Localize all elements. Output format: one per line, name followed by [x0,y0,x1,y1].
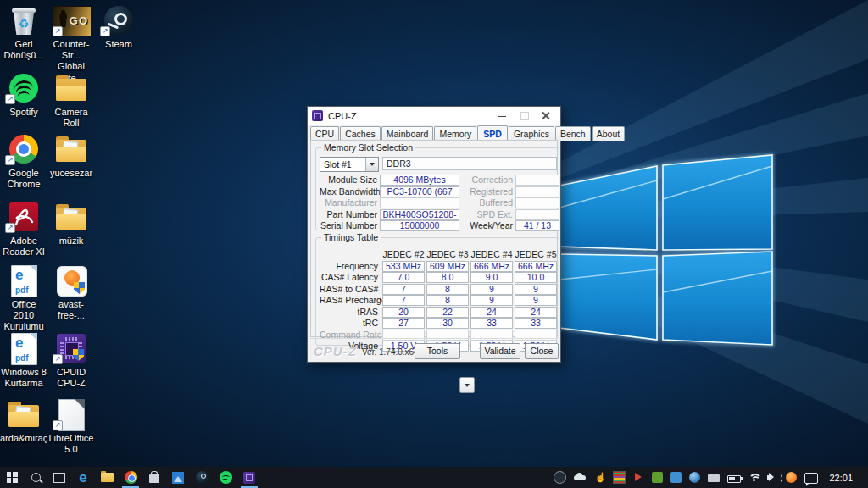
taskbar-cpuz[interactable] [237,467,261,488]
spotify-icon [220,471,232,484]
shortcut-arrow-icon [5,223,15,233]
field-label: Manufacturer [320,197,377,208]
volume-icon[interactable] [767,472,778,483]
taskbar-file-explorer[interactable] [95,467,119,488]
tools-button[interactable]: Tools [415,343,460,359]
icon-label: Spotify [0,107,47,118]
minimize-button[interactable] [492,108,514,123]
shortcut-arrow-icon [53,420,63,430]
taskbar-edge[interactable]: e [71,467,95,488]
table-cell: 9 [470,284,513,295]
shortcut-arrow-icon [5,94,15,104]
desktop-icon-camera-roll[interactable]: Camera Roll [47,73,95,129]
desktop-icon-spotify[interactable]: Spotify [0,73,47,118]
desktop-icon-adobe-reader[interactable]: Adobe Reader XI [0,202,47,258]
desktop-icon-office-2010[interactable]: epdf Office 2010 Kurulumu [0,265,47,333]
media-play-tray-icon[interactable] [633,472,644,483]
desktop-icon-csgo[interactable]: GO Counter-Str... Global Offe... [47,5,95,84]
steam-icon [196,471,209,484]
tab-bench[interactable]: Bench [555,126,591,141]
avast-icon [57,266,87,297]
table-cell: 24 [515,307,557,318]
display-tray-icon[interactable] [708,474,720,482]
correction-field [515,175,559,186]
maximize-button[interactable] [514,108,535,123]
task-view-icon [53,473,65,483]
icon-label: arda&miraç [0,433,47,444]
taskbar-photos[interactable] [166,467,190,488]
table-cell: 33 [515,318,557,329]
table-cell: 7 [382,295,425,306]
tab-caches[interactable]: Caches [340,126,381,141]
search-button[interactable] [24,467,47,488]
desktop-icon-chrome[interactable]: Google Chrome [0,134,47,190]
cpuz-app-icon [312,110,323,121]
table-cell: 33 [470,318,513,329]
desktop-icon-steam[interactable]: Steam [95,5,142,50]
battery-icon[interactable] [727,475,741,483]
pdf-document-icon: epdf [11,265,37,297]
tab-about[interactable]: About [592,126,625,141]
photos-icon [172,472,184,484]
table-cell: 20 [382,307,425,318]
desktop-icon-avast[interactable]: avast-free-... [47,265,95,321]
intel-graphics-tray-icon[interactable] [670,472,682,483]
table-cell: 22 [426,307,469,318]
desktop-icon-yucesezar[interactable]: yucesezar [47,134,95,179]
taskbar-spotify[interactable] [214,467,237,488]
start-button[interactable] [0,467,24,488]
spd-ext-field [515,209,559,220]
icon-label: Google Chrome [0,168,47,190]
desktop-icon-cpuid-cpuz[interactable]: CPUID CPU-Z [47,333,95,389]
avast-tray-icon[interactable] [786,472,797,483]
slot-selector-dropdown[interactable]: Slot #1 [320,157,379,172]
table-cell: 24 [470,307,513,318]
cpuz-logo: CPU-Z [314,344,357,358]
tab-strip: CPU Caches Mainboard Memory SPD Graphics… [308,125,560,141]
touch-input-icon[interactable] [594,472,605,483]
desktop-icon-recycle-bin[interactable]: Geri Dönüşü... [0,5,47,61]
steam-tray-icon[interactable] [554,471,566,484]
icon-label: avast-free-... [47,299,95,321]
desktop-icon-muzik[interactable]: müzik [47,202,95,247]
desktop-icon-arda-mirac[interactable]: arda&miraç [0,399,47,444]
tab-memory[interactable]: Memory [434,126,476,141]
desktop-icon-libreoffice[interactable]: LibreOffice 5.0 [47,399,95,455]
tab-graphics[interactable]: Graphics [509,126,554,141]
table-cell: 8.0 [426,272,469,283]
store-icon [149,474,159,483]
close-button[interactable] [535,108,556,123]
validate-button[interactable]: Validate [480,343,520,359]
onedrive-icon[interactable] [574,472,587,483]
shortcut-arrow-icon [5,155,15,165]
color-bars-tray-icon[interactable] [613,471,626,484]
nvidia-tray-icon[interactable] [652,472,663,483]
timings-table-group: Timings Table JEDEC #2 JEDEC #3 JEDEC #4… [315,237,559,346]
desktop-icon-windows8-kurtarma[interactable]: epdf Windows 8 Kurtarma [0,333,47,389]
table-cell: 30 [426,318,469,329]
chevron-down-icon[interactable] [365,158,378,171]
action-center-icon[interactable] [804,473,818,484]
memory-type-field: DDR3 [382,157,557,170]
table-cell: 9.0 [470,272,513,283]
icon-label: Steam [95,39,142,50]
title-bar[interactable]: CPU-Z [308,107,560,125]
tools-dropdown-button[interactable] [459,377,475,393]
table-cell: 609 MHz [426,261,469,272]
group-label: Memory Slot Selection [321,142,415,152]
wifi-icon[interactable] [748,472,760,483]
taskbar-store[interactable] [142,467,166,488]
icon-label: Office 2010 Kurulumu [0,299,47,333]
slot-selector-value: Slot #1 [320,159,365,169]
serial-number-field: 15000000 [380,220,459,231]
tab-mainboard[interactable]: Mainboard [381,126,434,141]
network-sphere-tray-icon[interactable] [689,472,700,483]
taskbar-steam[interactable] [190,467,214,488]
table-cell: 666 MHz [515,261,557,272]
taskbar-clock[interactable]: 22:01 [826,473,861,483]
close-dialog-button[interactable]: Close [525,343,559,359]
tab-cpu[interactable]: CPU [310,126,339,141]
task-view-button[interactable] [47,467,71,488]
field-label: Module Size [320,175,377,185]
taskbar-chrome[interactable] [119,467,142,488]
